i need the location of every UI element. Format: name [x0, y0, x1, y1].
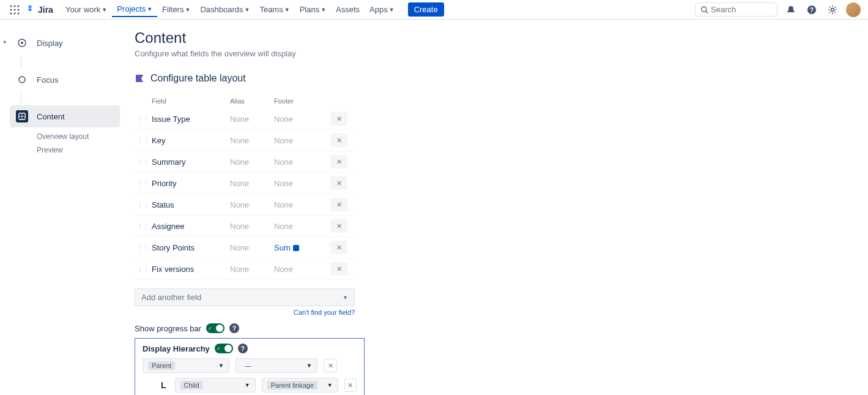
footer-value[interactable]: Sum: [274, 243, 330, 252]
field-name: Status: [152, 200, 230, 209]
table-row: ⋮⋮SummaryNoneNone✕: [135, 151, 355, 173]
drag-handle-icon[interactable]: ⋮⋮: [135, 223, 152, 230]
display-hierarchy-label: Display Hierarchy: [143, 344, 210, 353]
help-icon[interactable]: ?: [238, 344, 248, 353]
alias-value[interactable]: None: [230, 179, 274, 188]
svg-point-1: [14, 5, 16, 7]
svg-point-13: [831, 8, 834, 11]
chevron-down-icon: ▼: [185, 7, 190, 13]
settings-icon[interactable]: [825, 2, 840, 17]
svg-point-7: [14, 12, 16, 14]
hierarchy-name-select[interactable]: Parent▼: [143, 358, 229, 373]
table-row: ⋮⋮StatusNoneNone✕: [135, 194, 355, 216]
drag-handle-icon[interactable]: ⋮⋮: [135, 244, 152, 251]
footer-value[interactable]: None: [274, 136, 330, 145]
search-input[interactable]: [711, 5, 772, 14]
page-subtitle: Configure what fields the overview will …: [135, 49, 853, 58]
sidebar-item-display[interactable]: Display: [10, 32, 120, 54]
create-button[interactable]: Create: [408, 2, 444, 17]
alias-value[interactable]: None: [230, 200, 274, 209]
sidebar: DisplayFocusContentOverview layoutPrevie…: [10, 20, 120, 395]
search-input-container[interactable]: [695, 2, 777, 17]
remove-level-button[interactable]: ✕: [344, 378, 357, 392]
alias-value[interactable]: None: [230, 157, 274, 167]
chevron-down-icon: ▼: [244, 7, 250, 13]
remove-button[interactable]: ✕: [330, 219, 347, 233]
svg-point-2: [18, 5, 20, 7]
cant-find-field-link[interactable]: Can't find your field?: [135, 309, 355, 316]
drag-handle-icon[interactable]: ⋮⋮: [135, 159, 152, 165]
remove-button[interactable]: ✕: [330, 198, 347, 211]
col-alias: Alias: [230, 97, 274, 105]
sidebar-sub-preview[interactable]: Preview: [10, 143, 120, 157]
alias-value[interactable]: None: [230, 243, 274, 252]
content-icon: [16, 110, 28, 122]
chevron-down-icon: ▼: [147, 6, 152, 12]
display-hierarchy-toggle[interactable]: ✓: [215, 344, 233, 353]
drag-handle-icon[interactable]: ⋮⋮: [135, 266, 152, 273]
chevron-down-icon: ▼: [245, 382, 250, 388]
nav-teams[interactable]: Teams▼: [254, 2, 294, 17]
sidebar-collapse[interactable]: ▸: [0, 20, 10, 395]
help-icon[interactable]: ?: [229, 323, 239, 333]
svg-point-8: [18, 12, 20, 14]
footer-value[interactable]: None: [274, 115, 330, 124]
remove-button[interactable]: ✕: [330, 134, 347, 147]
sidebar-item-content[interactable]: Content: [10, 105, 120, 127]
add-field-select[interactable]: Add another field ▼: [135, 288, 355, 306]
nav-plans[interactable]: Plans▼: [295, 2, 331, 17]
nav-projects[interactable]: Projects▼: [112, 2, 157, 17]
jira-logo[interactable]: Jira: [24, 4, 53, 15]
field-name: Fix versions: [152, 265, 230, 274]
remove-button[interactable]: ✕: [330, 112, 347, 126]
svg-text:?: ?: [810, 7, 814, 13]
table-row: ⋮⋮PriorityNoneNone✕: [135, 173, 355, 194]
col-field: Field: [152, 97, 230, 105]
drag-handle-icon[interactable]: ⋮⋮: [135, 137, 152, 144]
alias-value[interactable]: None: [230, 136, 274, 145]
drag-handle-icon[interactable]: ⋮⋮: [135, 180, 152, 187]
nav-assets[interactable]: Assets: [331, 2, 365, 17]
nav-your-work[interactable]: Your work▼: [61, 2, 112, 17]
alias-value[interactable]: None: [230, 222, 274, 231]
svg-point-15: [21, 42, 23, 44]
footer-value[interactable]: None: [274, 265, 330, 274]
chevron-down-icon: ▼: [284, 7, 290, 13]
nav-dashboards[interactable]: Dashboards▼: [195, 2, 254, 17]
hierarchy-level-row: LChild▼Parent linkage▼✕: [143, 378, 357, 393]
hierarchy-name-select[interactable]: Child▼: [175, 378, 256, 393]
help-icon[interactable]: ?: [804, 2, 819, 17]
remove-button[interactable]: ✕: [330, 262, 347, 276]
nav-apps[interactable]: Apps▼: [365, 2, 399, 17]
drag-handle-icon[interactable]: ⋮⋮: [135, 116, 152, 122]
remove-button[interactable]: ✕: [330, 155, 347, 168]
page-title: Content: [135, 29, 853, 47]
chevron-down-icon: ▼: [306, 363, 312, 369]
svg-point-4: [14, 9, 16, 10]
app-switcher-icon[interactable]: [7, 2, 22, 17]
show-progress-toggle[interactable]: ✓: [206, 323, 224, 333]
col-footer: Footer: [274, 97, 330, 105]
section-header: Configure table layout: [135, 73, 853, 84]
alias-value[interactable]: None: [230, 115, 274, 124]
notifications-icon[interactable]: [784, 2, 798, 17]
remove-button[interactable]: ✕: [330, 176, 347, 190]
drag-handle-icon[interactable]: ⋮⋮: [135, 201, 152, 208]
table-row: ⋮⋮AssigneeNoneNone✕: [135, 216, 355, 237]
hierarchy-branch-icon: L: [161, 380, 166, 390]
footer-value[interactable]: None: [274, 200, 330, 209]
remove-level-button[interactable]: ✕: [324, 359, 337, 372]
avatar[interactable]: [846, 2, 861, 17]
field-name: Issue Type: [152, 115, 230, 124]
sidebar-sub-overview-layout[interactable]: Overview layout: [10, 130, 120, 143]
sidebar-item-focus[interactable]: Focus: [10, 69, 120, 91]
hierarchy-linkage-select[interactable]: —▼: [236, 358, 317, 373]
nav-filters[interactable]: Filters▼: [157, 2, 195, 17]
footer-value[interactable]: None: [274, 157, 330, 167]
hierarchy-linkage-select[interactable]: Parent linkage▼: [262, 378, 338, 393]
footer-value[interactable]: None: [274, 222, 330, 231]
alias-value[interactable]: None: [230, 265, 274, 274]
footer-value[interactable]: None: [274, 179, 330, 188]
svg-point-9: [702, 7, 707, 12]
remove-button[interactable]: ✕: [330, 241, 347, 254]
